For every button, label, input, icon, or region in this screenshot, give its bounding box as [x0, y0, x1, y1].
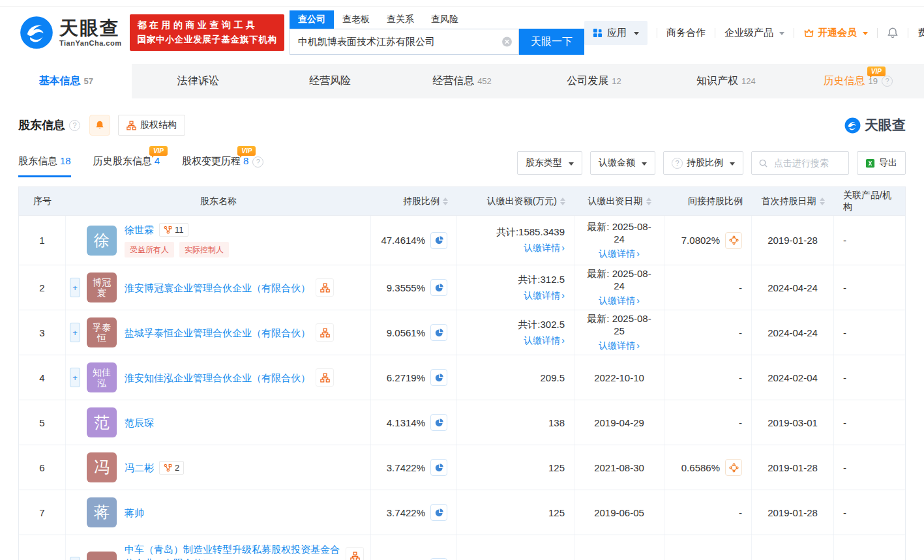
pie-chart-icon[interactable] [430, 324, 447, 341]
shareholder-type-filter[interactable]: 股东类型 [517, 151, 582, 175]
subtab-equity-change-history[interactable]: 股权变更历程8VIP? [182, 155, 263, 177]
tab-operating-info[interactable]: 经营信息452 [396, 64, 528, 98]
org-chart-icon [127, 121, 136, 130]
payment-detail-link[interactable]: 认缴详情 [524, 335, 565, 347]
expand-button[interactable]: + [70, 323, 80, 342]
business-cooperation-link[interactable]: 商务合作 [666, 27, 706, 39]
expand-button[interactable]: + [70, 368, 80, 387]
search-tabs: 查公司查老板查关系查风险 [290, 10, 584, 29]
first-date-cell: 2019-01-28 [752, 445, 834, 490]
date-value: 2019-06-05 [594, 507, 644, 518]
tab-legal-proceedings[interactable]: 法律诉讼 [132, 64, 263, 98]
shareholder-name-link[interactable]: 冯二彬 [125, 461, 154, 475]
search-tab-4[interactable]: 查风险 [423, 10, 467, 29]
pie-chart-icon[interactable] [430, 459, 447, 476]
subtab-shareholders[interactable]: 股东信息18 [18, 155, 71, 177]
table-search-input[interactable] [773, 157, 842, 169]
equity-structure-icon[interactable] [316, 278, 334, 297]
pie-chart-icon[interactable] [430, 232, 447, 249]
tab-intellectual-property[interactable]: 知识产权124 [660, 64, 792, 98]
vip-badge: VIP [149, 146, 168, 156]
relation-count-badge[interactable]: 11 [159, 223, 188, 237]
subtab-historical-shareholders[interactable]: 历史股东信息4VIP [93, 155, 160, 177]
shareholder-name-cell: +博冠寰淮安博冠寰企业管理合伙企业（有限合伙） [66, 265, 371, 310]
export-button[interactable]: 导出 [857, 151, 906, 175]
divider [657, 28, 657, 38]
search-button[interactable]: 天眼一下 [519, 29, 584, 55]
equity-structure-button[interactable]: 股权结构 [118, 115, 185, 136]
first-date-value: 2019-01-28 [768, 235, 818, 246]
sort-icon[interactable] [820, 198, 825, 205]
relation-count: 2 [175, 463, 179, 473]
table-row: 4+知佳泓淮安知佳泓企业管理合伙企业（有限合伙）6.2719%209.52022… [19, 355, 905, 400]
shareholder-name-link[interactable]: 盐城孚泰恒企业管理合伙企业（有限合伙） [125, 326, 310, 340]
help-icon[interactable]: ? [69, 120, 80, 131]
shareholder-name-link[interactable]: 中车（青岛）制造业转型升级私募股权投资基金合伙企业（有限合伙） [125, 542, 340, 560]
payment-detail-link[interactable]: 认缴详情 [599, 295, 640, 307]
amount-filter[interactable]: 认缴金额 [590, 151, 655, 175]
payment-detail-link[interactable]: 认缴详情 [524, 290, 565, 302]
pie-chart-icon[interactable] [430, 414, 447, 431]
search-tab-3[interactable]: 查关系 [378, 10, 423, 29]
shareholder-name-cell: 蒋蒋帅 [66, 490, 371, 535]
equity-structure-icon[interactable] [316, 368, 334, 387]
tianyancha-logo[interactable]: 天眼查 TianYanCha.com [20, 16, 121, 50]
expand-button[interactable]: + [70, 278, 80, 297]
watermark-logo: 天眼查 [844, 116, 906, 134]
relation-count-badge[interactable]: 2 [159, 461, 184, 475]
shareholder-name-link[interactable]: 蒋帅 [125, 506, 144, 520]
clear-icon[interactable] [501, 37, 513, 48]
user-menu[interactable]: 费米 [917, 27, 924, 39]
shareholder-name-link[interactable]: 淮安知佳泓企业管理合伙企业（有限合伙） [125, 371, 310, 385]
date-latest: 最新: 2025-08-25 [584, 313, 655, 336]
equity-structure-icon[interactable] [346, 547, 364, 560]
tab-historical-info[interactable]: VIP历史信息19? [792, 64, 924, 98]
subscribe-bell-button[interactable] [89, 115, 110, 136]
sort-icon[interactable] [560, 198, 565, 205]
chevron-down-icon [569, 162, 574, 168]
search-input-box [290, 29, 519, 55]
equity-structure-icon[interactable] [316, 323, 334, 342]
tab-company-development[interactable]: 公司发展12 [528, 64, 660, 98]
company-detail-tabs: 基本信息57法律诉讼经营风险经营信息452公司发展12知识产权124VIP历史信… [0, 64, 924, 98]
amount-cell: 125 [457, 490, 574, 535]
payment-detail-link[interactable]: 认缴详情 [524, 243, 565, 254]
tab-basic-info[interactable]: 基本信息57 [0, 64, 132, 98]
shareholder-name-link[interactable]: 范辰琛 [125, 416, 154, 430]
search-tab-2[interactable]: 查老板 [334, 10, 378, 29]
shareholder-name-link[interactable]: 淮安博冠寰企业管理合伙企业（有限合伙） [125, 281, 310, 295]
sort-icon[interactable] [443, 198, 448, 205]
pie-chart-icon[interactable] [430, 369, 447, 386]
indirect-ratio-icon[interactable] [725, 232, 742, 249]
payment-detail-link[interactable]: 认缴详情 [599, 340, 640, 352]
pie-chart-icon[interactable] [430, 504, 447, 521]
ratio-filter[interactable]: ? 持股比例 [663, 151, 743, 175]
company-search-input[interactable] [290, 29, 519, 55]
notifications-bell[interactable] [887, 27, 899, 38]
date-value: 2022-10-10 [594, 372, 644, 383]
sort-icon[interactable] [646, 198, 651, 205]
related-product-cell: 中车资本 [834, 535, 905, 560]
ratio-cell: 9.3555% [371, 265, 457, 310]
indirect-ratio-icon[interactable] [725, 459, 742, 476]
column-header-label: 持股比例 [403, 196, 440, 207]
search-tab-1[interactable]: 查公司 [290, 10, 334, 29]
tianyancha-page: { "header": { "logo": {"title": "天眼查", "… [0, 0, 924, 560]
vip-badge: VIP [867, 66, 886, 76]
pie-chart-icon[interactable] [430, 279, 447, 296]
cooperation-label: 商务合作 [666, 27, 706, 39]
date-cell: 2025-08-18 [574, 535, 664, 560]
expand-button[interactable]: + [70, 557, 80, 560]
divider [794, 28, 794, 38]
tab-operating-risk[interactable]: 经营风险 [264, 64, 396, 98]
table-row: 6冯冯二彬23.7422%1252021-08-300.6586%2019-01… [19, 445, 905, 490]
payment-detail-link[interactable]: 认缴详情 [599, 248, 640, 260]
related-product-cell: - [834, 310, 905, 355]
tab-label: 公司发展 [567, 74, 608, 88]
apps-menu[interactable]: 应用 [584, 21, 648, 45]
date-cell: 2019-04-29 [574, 400, 664, 445]
shareholder-name-link[interactable]: 徐世霖 [125, 223, 154, 237]
membership-link[interactable]: 开通会员 [803, 27, 868, 39]
table-row: 5范范辰琛4.1314%1382019-04-29-2019-03-01- [19, 400, 905, 445]
enterprise-products-menu[interactable]: 企业级产品 [724, 27, 784, 39]
